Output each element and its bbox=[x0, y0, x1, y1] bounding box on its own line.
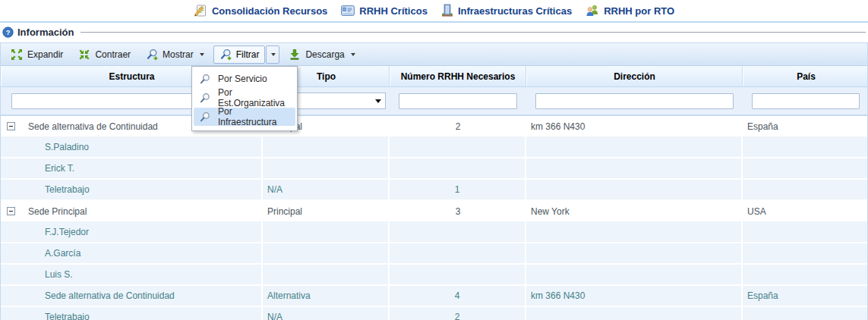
show-button[interactable]: Mostrar bbox=[140, 45, 210, 64]
help-icon[interactable]: ? bbox=[2, 27, 14, 38]
cell-tipo bbox=[263, 158, 390, 178]
estructura-value: F.J.Tejedor bbox=[45, 227, 89, 237]
grid-toolbar: Expandir Contraer bbox=[1, 43, 867, 66]
building-icon bbox=[441, 4, 453, 17]
cell-tipo: N/A bbox=[263, 180, 390, 199]
cell-pais bbox=[743, 158, 868, 178]
collapse-all-icon bbox=[78, 49, 90, 61]
cell-rrhh-necesarios: 2 bbox=[390, 307, 526, 320]
filter-menu-item-label: Por Servicio bbox=[218, 74, 267, 84]
chevron-down-icon bbox=[200, 53, 204, 56]
cell-rrhh-necesarios bbox=[390, 158, 526, 178]
nav-rrhh-por-rto[interactable]: RRHH por RTO bbox=[586, 5, 674, 17]
column-header[interactable]: Número RRHH Necesarios bbox=[390, 66, 526, 86]
cell-rrhh-necesarios bbox=[390, 137, 526, 157]
column-header-label: País bbox=[797, 71, 816, 82]
section-title: Información bbox=[17, 27, 74, 38]
table-filter-row bbox=[1, 87, 867, 116]
pais-filter-input[interactable] bbox=[752, 93, 860, 109]
table-row[interactable]: A.García bbox=[1, 243, 867, 265]
collapse-all-button[interactable]: Contraer bbox=[72, 45, 137, 64]
filter-cell-direccion bbox=[526, 93, 743, 109]
select-arrow-icon bbox=[375, 99, 381, 103]
table-row[interactable]: Sede alternativa de Continuidad Principa… bbox=[1, 116, 867, 137]
filter-dropdown-button[interactable] bbox=[266, 45, 279, 64]
cell-pais bbox=[743, 180, 868, 199]
cell-tipo: N/A bbox=[263, 307, 390, 320]
top-navigation: Consolidación Recursos RRHH Críticos Inf… bbox=[0, 0, 868, 23]
chevron-down-icon bbox=[351, 53, 355, 56]
button-label: Contraer bbox=[95, 49, 131, 60]
section-header: ? Información bbox=[2, 25, 866, 39]
nav-label: Infraestructuras Críticas bbox=[458, 5, 572, 17]
cell-direccion: km 366 N430 bbox=[526, 116, 743, 136]
table-body: Sede alternativa de Continuidad Principa… bbox=[1, 116, 867, 320]
filter-cell-rrhh bbox=[390, 93, 526, 109]
estructura-value: Luis S. bbox=[45, 269, 73, 280]
cell-estructura: Teletrabajo bbox=[1, 180, 263, 199]
filter-menu-item[interactable]: Por Infraestructura bbox=[194, 108, 295, 126]
column-header[interactable]: Dirección bbox=[526, 66, 743, 86]
people-icon bbox=[586, 5, 599, 17]
estructura-value: S.Paladino bbox=[45, 142, 89, 152]
table-row[interactable]: Luis S. bbox=[1, 265, 867, 286]
magnifier-icon bbox=[199, 93, 210, 104]
filter-menu-item[interactable]: Por Servicio bbox=[194, 70, 295, 88]
table-row[interactable]: Teletrabajo N/A 1 bbox=[1, 180, 867, 201]
legend-divider bbox=[80, 32, 866, 33]
cell-pais bbox=[743, 222, 868, 242]
table-row[interactable]: F.J.Tejedor bbox=[1, 222, 867, 243]
collapse-toggle-icon[interactable] bbox=[7, 122, 15, 130]
table-row[interactable]: Erick T. bbox=[1, 158, 867, 180]
table-row[interactable]: Teletrabajo N/A 2 bbox=[1, 307, 867, 320]
estructura-value: Teletrabajo bbox=[45, 184, 90, 195]
cell-direccion bbox=[526, 222, 743, 242]
estructura-value: Teletrabajo bbox=[45, 312, 90, 320]
cell-estructura: S.Paladino bbox=[1, 137, 263, 157]
expand-all-button[interactable]: Expandir bbox=[5, 45, 69, 64]
table-row[interactable]: Sede alternativa de Continuidad Alternat… bbox=[1, 286, 867, 307]
nav-consolidacion-recursos[interactable]: Consolidación Recursos bbox=[194, 4, 327, 17]
nav-rrhh-criticos[interactable]: RRHH Críticos bbox=[341, 5, 428, 17]
magnifier-plus-icon bbox=[219, 49, 232, 61]
cell-direccion: New York bbox=[526, 201, 743, 221]
cell-pais: USA bbox=[743, 201, 868, 221]
collapse-toggle-icon[interactable] bbox=[7, 207, 15, 215]
cell-estructura: A.García bbox=[1, 243, 263, 263]
cell-estructura: Luis S. bbox=[1, 265, 263, 284]
cell-estructura: Teletrabajo bbox=[1, 307, 263, 320]
cell-pais bbox=[743, 243, 868, 263]
estructura-value: A.García bbox=[45, 248, 80, 259]
nav-label: Consolidación Recursos bbox=[212, 5, 327, 17]
table-row[interactable]: S.Paladino bbox=[1, 137, 867, 158]
cell-rrhh-necesarios: 2 bbox=[390, 116, 526, 136]
table-row[interactable]: Sede Principal Principal 3 New York USA bbox=[1, 201, 867, 222]
nav-infraestructuras-criticas[interactable]: Infraestructuras Críticas bbox=[441, 4, 572, 17]
download-button[interactable]: Descarga bbox=[282, 45, 361, 64]
button-label: Expandir bbox=[27, 49, 63, 60]
cell-pais bbox=[743, 307, 868, 320]
button-label: Mostrar bbox=[163, 49, 194, 60]
cell-direccion bbox=[526, 180, 743, 199]
direccion-filter-input[interactable] bbox=[535, 93, 734, 109]
cell-tipo bbox=[263, 222, 390, 242]
chevron-down-icon bbox=[271, 53, 276, 56]
filter-cell-pais bbox=[743, 93, 868, 109]
expand-all-icon bbox=[11, 49, 23, 61]
filter-menu-item[interactable]: Por Est.Organizativa bbox=[194, 89, 295, 107]
filter-dropdown-menu: Por Servicio Por Est.Organizativa Por In… bbox=[191, 66, 298, 131]
filter-split-button: Filtrar bbox=[213, 45, 280, 64]
cell-tipo bbox=[263, 265, 390, 284]
column-header[interactable]: País bbox=[743, 66, 868, 86]
filter-menu-item-label: Por Infraestructura bbox=[218, 106, 292, 127]
column-header-label: Número RRHH Necesarios bbox=[401, 71, 516, 82]
cell-tipo bbox=[263, 137, 390, 157]
rrhh-filter-input[interactable] bbox=[399, 93, 517, 109]
filter-menu-item-label: Por Est.Organizativa bbox=[218, 87, 292, 108]
magnifier-icon bbox=[199, 111, 210, 123]
cell-estructura: Sede Principal bbox=[1, 201, 263, 221]
cell-tipo bbox=[263, 243, 390, 263]
cell-direccion bbox=[526, 137, 743, 157]
filter-button[interactable]: Filtrar bbox=[213, 45, 266, 64]
cell-estructura: F.J.Tejedor bbox=[1, 222, 263, 242]
